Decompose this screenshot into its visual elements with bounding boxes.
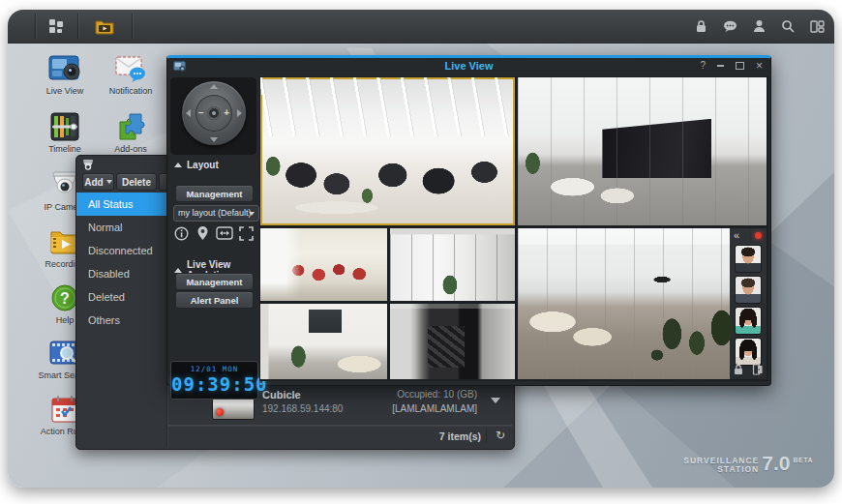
ptz-zoom-out-button[interactable]: − [198, 108, 204, 118]
status-filter-disabled[interactable]: Disabled [76, 262, 166, 285]
recordings-taskbar-button[interactable] [77, 10, 132, 43]
camera-occupied: Occupied: 10 (GB) [397, 389, 477, 400]
ptz-zoom-in-button[interactable]: + [224, 108, 229, 118]
camera-list-footer: 7 item(s) ↻ [167, 425, 512, 447]
user-button[interactable] [751, 18, 767, 34]
camera-view-7[interactable]: « [518, 228, 767, 379]
lock-icon [695, 19, 707, 33]
layout-management-button[interactable]: Management [175, 185, 254, 202]
add-button-label: Add [84, 177, 103, 188]
maximize-button[interactable] [736, 62, 744, 70]
info-button[interactable] [171, 224, 191, 242]
live-view-window: Live View ? × − [166, 55, 771, 386]
screen: Live View Notification [0, 0, 842, 504]
camera-view-1-selected[interactable] [260, 77, 515, 225]
analytics-management-button[interactable]: Management [175, 273, 254, 290]
clock-display: 12/01 MON 09:39:50 [170, 361, 258, 400]
status-filter-disconnected[interactable]: Disconnected [76, 239, 166, 262]
lock-icon[interactable] [733, 364, 744, 375]
svg-text:?: ? [60, 290, 70, 307]
camera-tag: [LAMLAMLAMLAM] [392, 403, 477, 414]
alert-panel-label: Alert Panel [191, 295, 239, 306]
camera-view-5[interactable] [260, 304, 387, 379]
close-button[interactable]: × [756, 61, 763, 71]
ptz-inner-ring: − + [195, 95, 232, 132]
delete-button[interactable]: Delete [116, 173, 157, 191]
logo-wordmark: Surveillance Station [683, 457, 759, 474]
face-thumbnail[interactable] [736, 308, 761, 334]
ptz-home-dot [212, 111, 216, 115]
face-panel-footer [730, 364, 767, 377]
pan-mode-button[interactable] [215, 224, 234, 242]
camera-view-2[interactable] [518, 77, 767, 225]
notification-icon [114, 54, 147, 83]
ptz-wheel[interactable]: − + [182, 81, 246, 145]
ptz-home-button[interactable] [207, 106, 221, 120]
location-pin-icon [196, 225, 209, 241]
recordings-folder-icon [95, 18, 114, 35]
ptz-up-icon[interactable] [210, 84, 218, 89]
desktop-icon-label: Add-ons [100, 144, 162, 154]
desktop-icon-live-view[interactable]: Live View [34, 54, 96, 96]
camera-address: 192.168.59.144:80 [262, 403, 343, 414]
caret-down-icon [249, 212, 255, 216]
search-button[interactable] [780, 18, 796, 34]
fullscreen-button[interactable] [237, 224, 256, 242]
status-filter-others[interactable]: Others [76, 309, 166, 332]
chat-button[interactable] [722, 18, 737, 34]
desktop-icon-label: Live View [34, 86, 96, 96]
ptz-right-icon[interactable] [237, 109, 242, 117]
camera-view-4[interactable] [390, 228, 515, 301]
refresh-icon[interactable]: ↻ [496, 429, 505, 442]
collapse-panel-icon[interactable]: « [734, 229, 739, 242]
surveillance-station-logo: Surveillance Station 7.0 BETA [683, 453, 813, 474]
item-count: 7 item(s) [439, 430, 481, 442]
logo-version: 7.0 [762, 453, 790, 474]
logo-beta-tag: BETA [793, 457, 813, 463]
status-filter-deleted[interactable]: Deleted [76, 285, 166, 309]
widgets-button[interactable] [809, 18, 825, 34]
addons-icon [114, 112, 147, 141]
alert-panel-button[interactable]: Alert Panel [175, 291, 254, 309]
minimize-button[interactable] [717, 65, 724, 67]
status-filter-list: All Status Normal Disconnected Disabled … [76, 193, 167, 447]
lock-button[interactable] [693, 18, 708, 34]
layout-select[interactable]: my layout (Default) [173, 205, 259, 222]
layout-section-header[interactable]: Layout [174, 160, 219, 170]
chevron-down-icon[interactable] [491, 398, 500, 403]
live-view-titlebar: Live View ? × [167, 58, 770, 74]
desktop-icon-label: Notification [100, 86, 162, 96]
face-thumbnail[interactable] [736, 277, 761, 303]
face-detection-panel: « [730, 228, 767, 379]
add-button[interactable]: Add [82, 173, 114, 191]
desktop-icon-addons[interactable]: Add-ons [100, 112, 162, 154]
main-menu-button[interactable] [35, 10, 77, 43]
clock-time: 09:39:50 [171, 373, 257, 395]
widgets-icon [810, 20, 825, 33]
camera-view-3[interactable] [260, 228, 387, 301]
status-filter-all-status[interactable]: All Status [76, 193, 166, 216]
fullscreen-icon [239, 226, 254, 241]
face-thumbnail[interactable] [736, 339, 761, 365]
desktop-icon-timeline[interactable]: Timeline [34, 112, 96, 154]
search-icon [781, 19, 795, 33]
chat-icon [723, 20, 737, 33]
desktop: Live View Notification [8, 10, 834, 488]
camera-view-6[interactable] [390, 304, 515, 379]
snapshot-pin-button[interactable] [194, 224, 213, 242]
taskbar-status-area [693, 10, 825, 43]
door-exit-icon[interactable] [752, 364, 764, 375]
ptz-down-icon[interactable] [210, 137, 218, 142]
window-title: Live View [167, 60, 770, 72]
help-button[interactable]: ? [700, 61, 706, 71]
ptz-control: − + [170, 77, 256, 155]
layout-section-label: Layout [187, 160, 219, 170]
face-thumbnail[interactable] [736, 246, 761, 272]
face-panel-header: « [730, 228, 767, 243]
status-filter-normal[interactable]: Normal [76, 216, 166, 239]
desktop-icon-notification[interactable]: Notification [100, 54, 162, 96]
ptz-left-icon[interactable] [186, 109, 191, 117]
video-grid: « [259, 76, 768, 381]
desktop-icon-label: Timeline [34, 144, 96, 154]
clock-date: 12/01 MON [171, 365, 257, 373]
